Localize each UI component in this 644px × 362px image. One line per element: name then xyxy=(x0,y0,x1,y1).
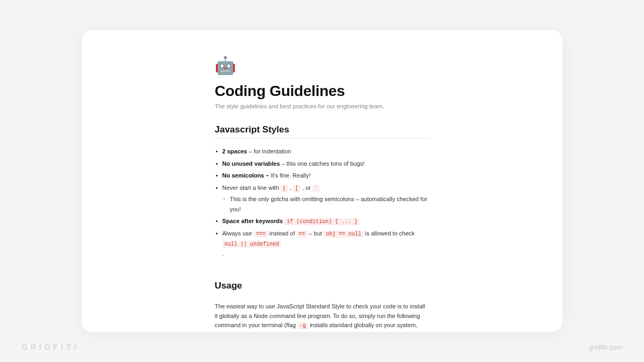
page-icon: 🤖 xyxy=(215,57,429,74)
document-card: 🤖 Coding Guidelines The style guidelines… xyxy=(82,30,562,332)
usage-paragraph: The easiest way to use JavaScript Standa… xyxy=(215,302,429,332)
item-text: instead of xyxy=(268,230,297,237)
list-item: 2 spaces – for indentation xyxy=(215,146,429,157)
item-text: , xyxy=(288,184,293,191)
page-subtitle: The style guidelines and best practices … xyxy=(215,103,429,109)
item-text: – this one catches tons of bugs! xyxy=(280,160,365,167)
item-text: It's fine. Really! xyxy=(269,172,310,179)
item-text: , or xyxy=(301,184,312,191)
sub-list: This is the only gotcha with omitting se… xyxy=(222,194,429,214)
usage-section: Usage The easiest way to use JavaScript … xyxy=(215,280,429,332)
list-item: No semicolons – It's fine. Really! xyxy=(215,171,429,181)
inline-code: === xyxy=(254,231,268,238)
page-title: Coding Guidelines xyxy=(215,83,429,100)
inline-code: [ xyxy=(293,185,301,192)
list-item: Space after keywords if (condition) { ..… xyxy=(215,216,429,226)
inline-code: obj == null xyxy=(324,231,363,238)
item-text: . xyxy=(222,249,429,259)
inline-code: ` xyxy=(312,185,320,192)
item-text: – for indentation xyxy=(247,148,291,154)
item-bold: No unused variables xyxy=(222,160,280,167)
inline-code: -g xyxy=(297,322,308,329)
item-bold: Space after keywords xyxy=(222,218,283,224)
item-bold: No semicolons – xyxy=(222,172,269,179)
watermark-logo: GRIDFITI xyxy=(21,343,79,351)
inline-code: == xyxy=(297,231,308,238)
item-text: Never start a line with xyxy=(222,184,281,191)
page-content: 🤖 Coding Guidelines The style guidelines… xyxy=(215,57,429,332)
item-bold: 2 spaces xyxy=(222,148,247,154)
list-item: Never start a line with ( , [ , or ` Thi… xyxy=(215,183,429,214)
styles-list: 2 spaces – for indentation No unused var… xyxy=(215,146,429,259)
item-text: is allowed to check xyxy=(363,230,414,237)
sub-list-item: This is the only gotcha with omitting se… xyxy=(222,194,429,214)
list-item: Always use === instead of == – but obj =… xyxy=(215,228,429,259)
section-heading-usage: Usage xyxy=(215,280,429,294)
item-text: – but xyxy=(308,230,324,237)
watermark-url: gridfiti.com xyxy=(589,343,623,351)
section-heading-styles: Javascript Styles xyxy=(215,124,429,139)
item-text: Always use xyxy=(222,230,254,237)
inline-code: null || undefined xyxy=(222,241,281,248)
inline-code: if (condition) { ... } xyxy=(284,218,360,225)
inline-code: ( xyxy=(281,185,288,192)
list-item: No unused variables – this one catches t… xyxy=(215,159,429,169)
